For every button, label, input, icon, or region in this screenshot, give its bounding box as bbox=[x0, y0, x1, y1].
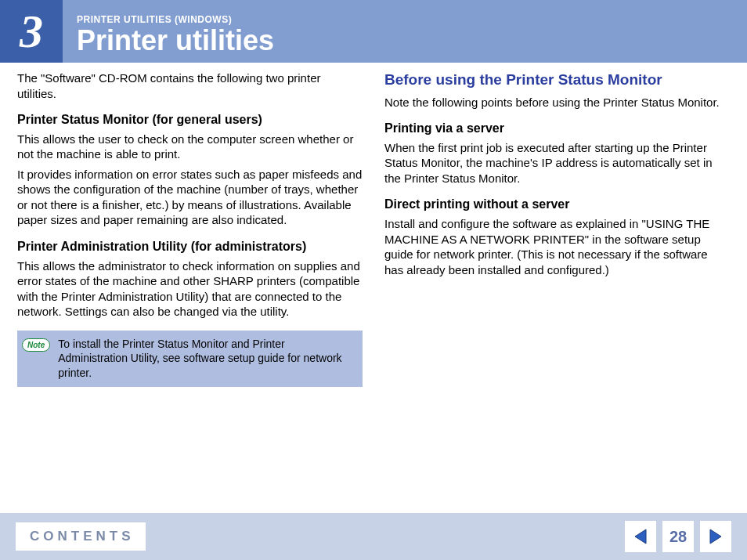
svg-marker-1 bbox=[710, 529, 721, 544]
body-text: Install and configure the software as ex… bbox=[384, 216, 730, 277]
intro-text: The "Software" CD-ROM contains the follo… bbox=[17, 70, 363, 101]
subheading-status-monitor: Printer Status Monitor (for general user… bbox=[17, 112, 363, 128]
note-text: To install the Printer Status Monitor an… bbox=[58, 337, 355, 381]
note-callout: Note To install the Printer Status Monit… bbox=[17, 331, 363, 388]
body-text: When the first print job is executed aft… bbox=[384, 140, 730, 186]
body-text: This allows the user to check on the com… bbox=[17, 132, 363, 162]
body-text: This allows the administrator to check i… bbox=[17, 258, 363, 320]
content-area: The "Software" CD-ROM contains the follo… bbox=[0, 63, 747, 501]
body-text: Note the following points before using t… bbox=[384, 95, 730, 110]
contents-button[interactable]: CONTENTS bbox=[16, 522, 146, 551]
svg-marker-0 bbox=[635, 529, 646, 544]
header-text-block: PRINTER UTILITIES (WINDOWS) Printer util… bbox=[63, 0, 747, 63]
left-column: The "Software" CD-ROM contains the follo… bbox=[17, 70, 363, 501]
footer-bar: CONTENTS 28 bbox=[0, 513, 747, 560]
arrow-right-icon bbox=[707, 528, 724, 545]
breadcrumb: PRINTER UTILITIES (WINDOWS) bbox=[77, 14, 733, 25]
next-page-button[interactable] bbox=[700, 521, 731, 552]
page-header: 3 PRINTER UTILITIES (WINDOWS) Printer ut… bbox=[0, 0, 747, 63]
page-number: 28 bbox=[662, 521, 694, 552]
subheading-admin-utility: Printer Administration Utility (for admi… bbox=[17, 239, 363, 255]
right-column: Before using the Printer Status Monitor … bbox=[384, 70, 730, 501]
page-title: Printer utilities bbox=[77, 27, 733, 55]
arrow-left-icon bbox=[632, 528, 649, 545]
section-heading: Before using the Printer Status Monitor bbox=[384, 70, 730, 90]
body-text: It provides information on error states … bbox=[17, 167, 363, 228]
subheading-direct: Direct printing without a server bbox=[384, 197, 730, 213]
subheading-server: Printing via a server bbox=[384, 121, 730, 137]
chapter-number: 3 bbox=[0, 0, 63, 63]
note-badge-icon: Note bbox=[22, 338, 50, 352]
prev-page-button[interactable] bbox=[625, 521, 656, 552]
